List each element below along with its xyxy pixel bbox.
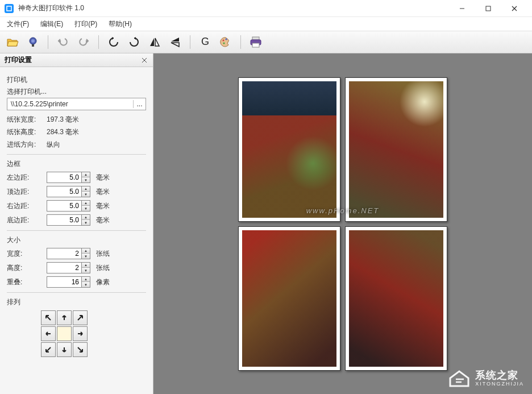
- overlap-spinner[interactable]: ▲▼: [47, 276, 90, 288]
- width-spinner[interactable]: ▲▼: [47, 248, 90, 259]
- paper-width-label: 纸张宽度:: [7, 115, 43, 125]
- paper-height-label: 纸张高度:: [7, 127, 43, 137]
- svg-rect-12: [252, 37, 259, 40]
- select-printer-label: 选择打印机...: [7, 87, 146, 97]
- maximize-button[interactable]: [475, 0, 501, 17]
- brand-cn: 系统之家: [475, 370, 524, 381]
- right-margin-input[interactable]: [47, 200, 82, 211]
- size-section-title: 大小: [7, 235, 146, 245]
- title-bar: 神奇大图打印软件 1.0: [0, 0, 532, 17]
- flip-horizontal-icon[interactable]: [147, 34, 163, 50]
- menu-help[interactable]: 帮助(H): [106, 18, 134, 30]
- paper-height-value: 284.3 毫米: [47, 127, 146, 137]
- arrange-bottom-left[interactable]: [41, 342, 56, 357]
- spin-up-icon[interactable]: ▲: [82, 248, 90, 254]
- spin-up-icon[interactable]: ▲: [82, 215, 90, 220]
- spin-down-icon[interactable]: ▼: [82, 206, 90, 211]
- spin-up-icon[interactable]: ▲: [82, 201, 90, 206]
- svg-rect-0: [7, 6, 11, 11]
- arrange-left[interactable]: [41, 326, 56, 341]
- left-margin-spinner[interactable]: ▲▼: [47, 172, 90, 183]
- app-icon: [5, 4, 14, 13]
- printer-selector[interactable]: \\10.2.5.225\printer ...: [7, 98, 146, 110]
- rotate-right-icon[interactable]: [126, 34, 142, 50]
- svg-rect-2: [486, 6, 491, 11]
- arrange-top[interactable]: [57, 310, 72, 325]
- menu-edit[interactable]: 编辑(E): [38, 18, 65, 30]
- minimize-button[interactable]: [449, 0, 475, 17]
- preview-page: [345, 226, 447, 371]
- spin-up-icon[interactable]: ▲: [82, 186, 90, 192]
- svg-point-9: [223, 40, 225, 42]
- border-section-title: 边框: [7, 159, 146, 169]
- arrange-top-right[interactable]: [73, 310, 88, 325]
- spin-up-icon[interactable]: ▲: [82, 172, 90, 177]
- brand-en: XITONGZHIJIA: [475, 381, 524, 387]
- brand-badge: 系统之家 XITONGZHIJIA: [448, 369, 524, 388]
- preview-pages: [238, 77, 447, 371]
- menu-file[interactable]: 文件(F): [5, 18, 31, 30]
- bottom-margin-spinner[interactable]: ▲▼: [47, 214, 90, 226]
- bottom-margin-input[interactable]: [47, 214, 82, 226]
- menu-print[interactable]: 打印(P): [72, 18, 99, 30]
- top-margin-input[interactable]: [47, 186, 82, 197]
- open-file-icon[interactable]: [5, 34, 20, 50]
- arrange-right[interactable]: [73, 326, 88, 341]
- printer-path: \\10.2.5.225\printer: [7, 100, 133, 108]
- height-spinner[interactable]: ▲▼: [47, 262, 90, 273]
- arrange-center[interactable]: [57, 326, 72, 341]
- width-input[interactable]: [47, 248, 82, 259]
- left-margin-input[interactable]: [47, 172, 82, 183]
- sidebar-print-settings: 打印设置 打印机 选择打印机... \\10.2.5.225\printer .…: [0, 53, 153, 394]
- palette-icon[interactable]: [218, 34, 234, 50]
- feed-value: 纵向: [47, 140, 146, 150]
- spin-up-icon[interactable]: ▲: [82, 263, 90, 268]
- preview-area: www.pHome.NET 系统之家 XITONGZHIJIA: [153, 53, 532, 394]
- height-input[interactable]: [47, 262, 82, 273]
- arrange-top-left[interactable]: [41, 310, 56, 325]
- spin-down-icon[interactable]: ▼: [82, 282, 90, 287]
- unit-mm: 毫米: [96, 201, 110, 211]
- unit-mm: 毫米: [96, 215, 110, 225]
- height-label: 高度:: [7, 263, 43, 273]
- preview-image: [242, 81, 336, 218]
- redo-icon[interactable]: [76, 34, 92, 50]
- spin-down-icon[interactable]: ▼: [82, 220, 90, 225]
- right-margin-spinner[interactable]: ▲▼: [47, 200, 90, 211]
- spin-down-icon[interactable]: ▼: [82, 177, 90, 183]
- svg-text:G: G: [201, 36, 209, 47]
- printer-browse-button[interactable]: ...: [133, 100, 146, 108]
- spin-down-icon[interactable]: ▼: [82, 254, 90, 259]
- toolbar: G: [0, 31, 532, 53]
- close-button[interactable]: [501, 0, 527, 17]
- sidebar-title: 打印设置: [5, 55, 32, 65]
- spin-down-icon[interactable]: ▼: [82, 192, 90, 197]
- feed-label: 进纸方向:: [7, 140, 43, 150]
- arrange-bottom-right[interactable]: [73, 342, 88, 357]
- menu-bar: 文件(F) 编辑(E) 打印(P) 帮助(H): [0, 17, 532, 31]
- preview-image: [242, 230, 336, 367]
- unit-mm: 毫米: [96, 187, 110, 197]
- spin-up-icon[interactable]: ▲: [82, 277, 90, 282]
- flip-vertical-icon[interactable]: [167, 34, 183, 50]
- unit-sheet: 张纸: [96, 249, 110, 259]
- width-label: 宽度:: [7, 249, 43, 259]
- preview-page: [238, 77, 340, 222]
- top-margin-label: 顶边距:: [7, 187, 43, 197]
- top-margin-spinner[interactable]: ▲▼: [47, 186, 90, 197]
- undo-icon[interactable]: [55, 34, 71, 50]
- preview-image: [349, 230, 443, 367]
- spin-down-icon[interactable]: ▼: [82, 268, 90, 273]
- sidebar-close-icon[interactable]: [140, 56, 148, 64]
- grayscale-icon[interactable]: G: [197, 34, 213, 50]
- printer-section-title: 打印机: [7, 75, 146, 85]
- app-title: 神奇大图打印软件 1.0: [18, 3, 449, 13]
- unit-sheet: 张纸: [96, 263, 110, 273]
- bottom-margin-label: 底边距:: [7, 215, 43, 225]
- rotate-left-icon[interactable]: [106, 34, 122, 50]
- camera-icon[interactable]: [25, 34, 41, 50]
- paper-width-value: 197.3 毫米: [47, 115, 146, 125]
- arrange-bottom[interactable]: [57, 342, 72, 357]
- overlap-input[interactable]: [47, 276, 82, 288]
- printer-icon[interactable]: [248, 34, 264, 50]
